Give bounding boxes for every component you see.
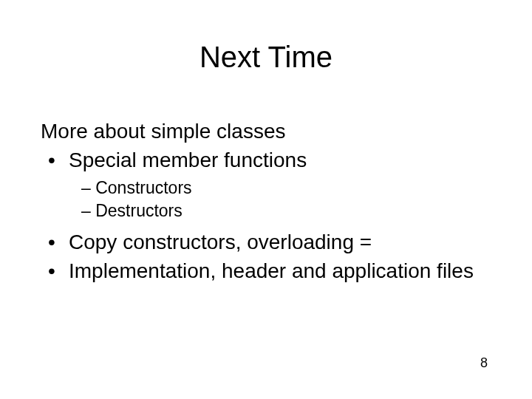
sub-bullet-text: Constructors [95,178,191,197]
intro-line: More about simple classes [41,118,491,144]
sub-bullet-text: Destructors [95,201,183,220]
sub-bullet-item: – Constructors [81,177,491,199]
bullet-dot-icon: • [48,147,69,173]
bullet-item: •Implementation, header and application … [41,258,491,284]
bullet-text: Implementation, header and application f… [69,259,474,282]
dash-icon: – [81,178,91,197]
sub-bullet-item: – Destructors [81,200,491,222]
bullet-text: Special member functions [69,149,307,171]
bullet-dot-icon: • [48,229,69,255]
slide-title: Next Time [0,41,532,74]
bullet-item: •Copy constructors, overloading = [41,229,491,255]
bullet-dot-icon: • [48,258,69,284]
sub-bullet-group: – Constructors – Destructors [41,177,491,222]
slide-body: More about simple classes •Special membe… [41,118,491,287]
page-number: 8 [480,355,488,371]
bullet-item: •Special member functions [41,147,491,173]
slide: Next Time More about simple classes •Spe… [0,0,532,399]
dash-icon: – [81,201,91,220]
bullet-text: Copy constructors, overloading = [69,231,372,253]
